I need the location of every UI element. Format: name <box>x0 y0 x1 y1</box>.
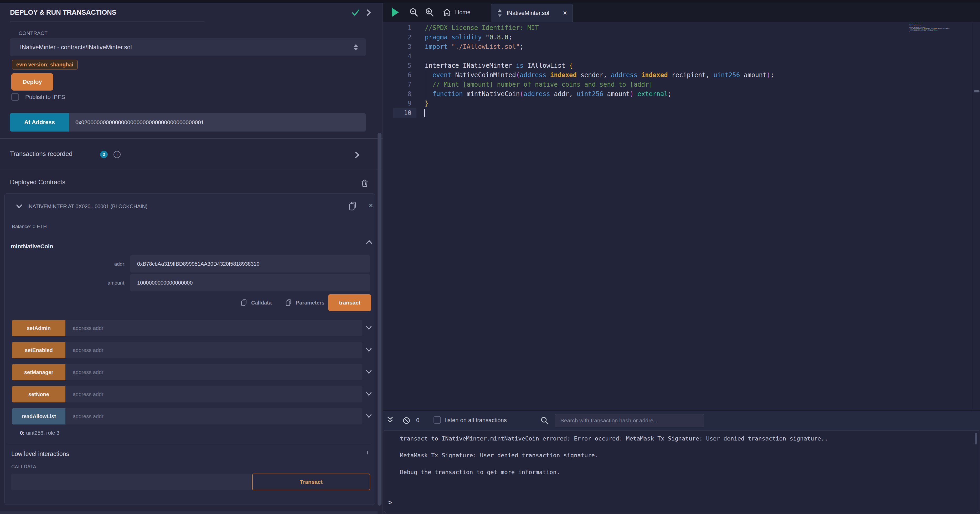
setAdmin-button[interactable]: setAdmin <box>12 320 65 336</box>
setAdmin-input[interactable] <box>65 320 362 336</box>
function-rows: setAdminsetEnabledsetManagersetNonereadA… <box>12 320 369 430</box>
amount-param-field <box>130 274 370 291</box>
chevron-down-icon[interactable] <box>15 203 23 209</box>
code-line[interactable]: 9} <box>383 99 973 108</box>
line-number: 9 <box>383 99 415 108</box>
code-line[interactable]: 3import "./IAllowList.sol"; <box>383 42 973 51</box>
terminal-log-line: transact to INativeMinter.mintNativeCoin… <box>400 435 828 452</box>
function-row-setManager: setManager <box>12 364 369 381</box>
setEnabled-input[interactable] <box>65 342 362 359</box>
terminal-prompt[interactable]: > <box>388 498 392 506</box>
info-icon[interactable]: i <box>113 151 121 158</box>
terminal-output[interactable]: transact to INativeMinter.mintNativeCoin… <box>384 430 979 513</box>
setNone-button[interactable]: setNone <box>12 386 65 403</box>
function-row-setEnabled: setEnabled <box>12 342 369 359</box>
editor-scrollbar-thumb[interactable] <box>974 90 980 92</box>
tab-home[interactable]: Home <box>442 6 471 18</box>
double-chevron-down-icon[interactable] <box>386 416 394 424</box>
panel-expand-chevron-icon[interactable] <box>365 8 372 17</box>
code-line[interactable]: 8 function mintNativeCoin(address addr, … <box>383 89 973 99</box>
setNone-input[interactable] <box>65 386 362 403</box>
function-row-setAdmin: setAdmin <box>12 320 369 336</box>
left-panel-scrollbar[interactable] <box>377 133 382 506</box>
section-divider <box>0 138 383 139</box>
info-icon[interactable]: i <box>367 449 368 456</box>
calldata-input[interactable] <box>11 474 251 490</box>
terminal-log-line: Debug the transaction to get more inform… <box>400 469 828 485</box>
copy-icon <box>241 299 248 307</box>
setEnabled-button[interactable]: setEnabled <box>12 342 65 359</box>
low-level-transact-button[interactable]: Transact <box>252 474 370 490</box>
code-line[interactable]: 10 <box>383 108 973 117</box>
code-lines: 1//SPDX-License-Identifier: MIT2pragma s… <box>383 23 973 117</box>
deployed-contract-card: INATIVEMINTER AT 0X020...00001 (BLOCKCHA… <box>5 194 375 505</box>
line-number: 5 <box>383 61 415 70</box>
contract-label: CONTRACT <box>19 30 48 36</box>
at-address-input[interactable] <box>69 113 366 132</box>
tab-inativeminter-sol[interactable]: INativeMinter.sol ✕ <box>491 4 573 22</box>
chevron-down-icon[interactable] <box>365 347 372 353</box>
function-row-readAllowList: readAllowList <box>12 408 369 425</box>
code-line[interactable]: 2pragma solidity ^0.8.0; <box>383 33 973 42</box>
code-editor[interactable]: 1//SPDX-License-Identifier: MIT2pragma s… <box>383 22 980 410</box>
minimap[interactable]: 1//SPDX-License-Identifier: MIT2pragma s… <box>909 22 978 75</box>
balance-label: Balance: 0 ETH <box>12 224 47 229</box>
transactions-recorded-label: Transactions recorded <box>10 150 73 157</box>
code-line[interactable]: 7 // Mint [amount] number of native coin… <box>383 80 973 89</box>
amount-param-label: amount: <box>10 280 126 286</box>
readAllowList-button[interactable]: readAllowList <box>12 408 65 425</box>
terminal-scrollbar-thumb[interactable] <box>975 433 977 444</box>
clear-console-ban-icon[interactable] <box>402 417 410 425</box>
close-icon[interactable]: ✕ <box>368 202 373 209</box>
readAllowList-input[interactable] <box>65 408 362 425</box>
output-value: uint256: role 3 <box>25 430 59 436</box>
line-number: 4 <box>383 51 415 61</box>
contract-select-value: INativeMinter - contracts/INativeMinter.… <box>20 44 354 51</box>
function-row-setNone: setNone <box>12 386 369 403</box>
at-address-button[interactable]: At Address <box>10 113 69 132</box>
transact-button[interactable]: transact <box>328 294 371 311</box>
amount-param-input[interactable] <box>130 274 370 291</box>
copy-icon[interactable] <box>348 201 357 211</box>
publish-ipfs-checkbox[interactable] <box>11 93 19 101</box>
publish-ipfs-label: Publish to IPFS <box>25 94 65 100</box>
addr-param-input[interactable] <box>130 255 370 273</box>
listen-all-transactions-checkbox[interactable] <box>434 416 441 424</box>
chevron-down-icon[interactable] <box>365 391 372 397</box>
chevron-down-icon[interactable] <box>365 325 372 331</box>
contract-select[interactable]: INativeMinter - contracts/INativeMinter.… <box>10 38 366 56</box>
line-number: 8 <box>383 89 415 99</box>
line-number: 10 <box>383 108 415 117</box>
code-line[interactable]: 1//SPDX-License-Identifier: MIT <box>383 23 973 33</box>
deployed-contracts-label: Deployed Contracts <box>10 179 65 186</box>
line-number: 7 <box>383 80 415 89</box>
output-index: 0: <box>20 430 25 436</box>
line-number: 3 <box>383 42 415 51</box>
listen-all-transactions-label: listen on all transactions <box>445 417 507 424</box>
chevron-down-icon[interactable] <box>365 413 372 419</box>
setManager-button[interactable]: setManager <box>12 364 65 381</box>
chevron-up-icon[interactable] <box>365 239 373 245</box>
copy-calldata-link[interactable]: Calldata <box>241 299 272 307</box>
zoom-out-icon[interactable] <box>409 7 419 17</box>
transactions-expand-chevron-icon[interactable] <box>354 151 361 159</box>
select-stepper-icon <box>354 44 358 51</box>
terminal-search-input[interactable] <box>555 414 704 427</box>
code-line[interactable]: 6 event NativeCoinMinted(address indexed… <box>383 70 973 80</box>
solidity-icon <box>496 9 503 17</box>
left-panel-bottom-scrollbar[interactable] <box>0 511 377 514</box>
pending-tx-count: 0 <box>416 417 419 424</box>
trash-icon[interactable] <box>361 179 368 187</box>
code-line[interactable]: 4 <box>383 51 973 61</box>
chevron-down-icon[interactable] <box>365 369 372 375</box>
function-output: 0: uint256: role 3 <box>20 430 59 436</box>
code-line[interactable]: 5interface INativeMinter is IAllowList { <box>383 61 973 70</box>
copy-icon <box>285 299 292 307</box>
setManager-input[interactable] <box>65 364 362 381</box>
copy-parameters-link[interactable]: Parameters <box>285 299 325 307</box>
zoom-in-icon[interactable] <box>425 7 434 17</box>
close-tab-icon[interactable]: ✕ <box>563 10 567 16</box>
evm-version-badge: evm version: shanghai <box>12 60 78 70</box>
run-script-play-icon[interactable] <box>392 8 399 17</box>
deploy-button[interactable]: Deploy <box>11 73 53 90</box>
